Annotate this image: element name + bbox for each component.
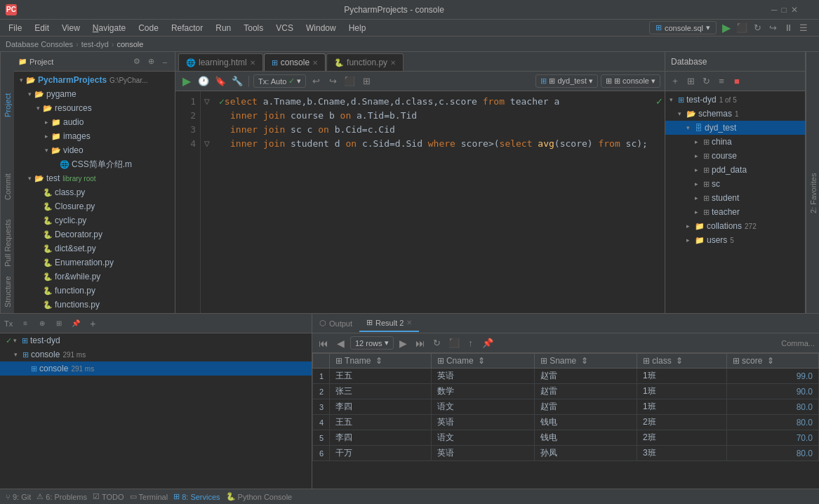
tab-function-py[interactable]: 🐍 function.py ✕ — [326, 53, 404, 71]
menu-run[interactable]: Run — [210, 22, 237, 34]
project-collapse-icon[interactable]: – — [159, 56, 171, 67]
services-btn-5[interactable]: + — [86, 317, 100, 331]
history-btn[interactable]: 🕐 — [197, 74, 211, 88]
grid-btn[interactable]: ⊞ — [359, 74, 373, 88]
th-cname[interactable]: ⊞ Cname ⇕ — [431, 354, 534, 369]
service-item-root[interactable]: ✓ ▾ ⊞ test-dyd — [0, 333, 312, 347]
db-item-collations[interactable]: ▸ 📁 collations 272 — [665, 219, 805, 233]
result-export-btn[interactable]: ↑ — [464, 336, 478, 350]
status-services[interactable]: ⊞ 8: Services — [173, 492, 220, 501]
html-tab-close[interactable]: ✕ — [250, 59, 255, 67]
result-first-btn[interactable]: ⏮ — [317, 336, 331, 350]
result-table-container[interactable]: ⊞ Tname ⇕ ⊞ Cname ⇕ ⊞ Sname ⇕ ⊞ class ⇕ … — [312, 353, 819, 489]
db-item-teacher[interactable]: ▸ ⊞ teacher — [665, 205, 805, 219]
tab-console[interactable]: ⊞ console ✕ — [264, 53, 326, 71]
tree-item-closure[interactable]: 🐍 Closure.py — [14, 199, 175, 213]
tree-item-test[interactable]: ▾ 📂 test library root — [14, 171, 175, 185]
run-btn[interactable]: ▶ — [719, 21, 733, 35]
settings-editor-btn[interactable]: 🔧 — [230, 74, 244, 88]
menu-view[interactable]: View — [56, 22, 86, 34]
service-item-console-parent[interactable]: ▾ ⊞ console 291 ms — [0, 347, 312, 362]
db-properties-btn[interactable]: ⊞ — [684, 74, 698, 88]
right-sidebar-favorites-label[interactable]: 2: Favorites — [806, 73, 819, 313]
result-pin-btn[interactable]: 📌 — [481, 336, 495, 350]
db-item-dyd-test[interactable]: ▾ 🗄 dyd_test — [665, 121, 805, 135]
db-add-btn[interactable]: + — [668, 74, 682, 88]
debug-btn[interactable]: ⬛ — [735, 21, 749, 35]
breadcrumb-db-consoles[interactable]: Database Consoles — [6, 40, 73, 48]
sidebar-pull-label[interactable]: Pull Requests — [0, 215, 14, 271]
fold-marker-4[interactable]: ▽ — [204, 140, 210, 147]
console-tab-close[interactable]: ✕ — [312, 59, 318, 67]
menu-tools[interactable]: Tools — [238, 22, 269, 34]
services-btn-1[interactable]: ≡ — [18, 317, 32, 331]
menu-vcs[interactable]: VCS — [270, 22, 299, 34]
rows-dropdown[interactable]: 12 rows ▾ — [350, 336, 394, 350]
tab-learning-html[interactable]: 🌐 learning.html ✕ — [178, 53, 263, 71]
th-score[interactable]: ⊞ score ⇕ — [726, 354, 818, 369]
tree-item-enumeration[interactable]: 🐍 Enumeration.py — [14, 256, 175, 270]
coverage-btn[interactable]: ↻ — [750, 21, 764, 35]
db-item-student[interactable]: ▸ ⊞ student — [665, 191, 805, 205]
tree-item-dictset[interactable]: 🐍 dict&set.py — [14, 241, 175, 256]
db-selector-dropdown[interactable]: ⊞ ⊞ dyd_test ▾ — [535, 74, 598, 88]
sidebar-structure-label[interactable]: Structure — [0, 271, 14, 313]
db-refresh-btn[interactable]: ↻ — [699, 74, 713, 88]
result-last-btn[interactable]: ⏭ — [413, 336, 427, 350]
tx-auto-dropdown[interactable]: Tx: Auto ✓ ▾ — [253, 74, 306, 88]
menu-code[interactable]: Code — [133, 22, 164, 34]
tree-item-css[interactable]: 🌐 CSS简单介绍.m — [14, 157, 175, 171]
tree-item-video[interactable]: ▾ 📂 video — [14, 143, 175, 157]
status-todo[interactable]: ☑ TODO — [93, 492, 124, 501]
menu-refactor[interactable]: Refactor — [166, 22, 208, 34]
commit-btn[interactable]: ↩ — [309, 74, 323, 88]
tree-item-pygame[interactable]: ▾ 📂 pygame — [14, 87, 175, 101]
tree-item-class[interactable]: 🐍 class.py — [14, 185, 175, 199]
db-item-china[interactable]: ▸ ⊞ china — [665, 135, 805, 149]
stop-exec-btn[interactable]: ⬛ — [342, 74, 357, 88]
tree-item-cyclic[interactable]: 🐍 cyclic.py — [14, 213, 175, 227]
result2-close[interactable]: ✕ — [406, 319, 412, 326]
minimize-btn[interactable]: ─ — [771, 5, 778, 15]
service-item-console-child[interactable]: ⊞ console 291 ms — [0, 362, 312, 376]
tree-item-forwhile[interactable]: 🐍 for&while.py — [14, 270, 175, 284]
py-tab-close[interactable]: ✕ — [390, 59, 396, 67]
db-item-course[interactable]: ▸ ⊞ course — [665, 149, 805, 163]
more-btn[interactable]: ☰ — [797, 21, 811, 35]
execute-btn[interactable]: ▶ — [180, 74, 194, 88]
tree-item-audio[interactable]: ▸ 📁 audio — [14, 115, 175, 129]
result-prev-btn[interactable]: ◀ — [333, 336, 347, 350]
maximize-btn[interactable]: □ — [782, 5, 787, 15]
services-btn-3[interactable]: ⊞ — [52, 317, 66, 331]
code-editor[interactable]: 1 2 3 4 ▽ ▽ — [175, 91, 665, 313]
result-refresh-btn[interactable]: ↻ — [430, 336, 444, 350]
tab-result-2[interactable]: ⊞ Result 2 ✕ — [359, 315, 419, 332]
menu-file[interactable]: File — [3, 22, 27, 34]
result-stop-btn[interactable]: ⬛ — [447, 336, 461, 350]
rollback-btn[interactable]: ↪ — [326, 74, 340, 88]
stop-btn[interactable]: ⏸ — [781, 21, 795, 35]
close-btn[interactable]: ✕ — [791, 5, 798, 15]
status-python-console[interactable]: 🐍 Python Console — [226, 492, 293, 501]
tree-item-resources[interactable]: ▾ 📂 resources — [14, 101, 175, 115]
status-git[interactable]: ⑂ 9: Git — [6, 493, 31, 501]
fold-marker-1[interactable]: ▽ — [204, 98, 210, 105]
th-sname[interactable]: ⊞ Sname ⇕ — [534, 354, 637, 369]
tree-item-decorator[interactable]: 🐍 Decorator.py — [14, 227, 175, 241]
th-tname[interactable]: ⊞ Tname ⇕ — [330, 354, 432, 369]
services-btn-4[interactable]: 📌 — [69, 317, 83, 331]
status-terminal[interactable]: ▭ Terminal — [130, 492, 168, 501]
profile-btn[interactable]: ↪ — [766, 21, 780, 35]
services-btn-2[interactable]: ⊕ — [35, 317, 49, 331]
console-selector-dropdown[interactable]: ⊞ ⊞ console ▾ — [601, 74, 660, 88]
db-item-schemas[interactable]: ▾ 📂 schemas 1 — [665, 107, 805, 121]
status-problems[interactable]: ⚠ 6: Problems — [36, 492, 87, 501]
tree-item-functions[interactable]: 🐍 functions.py — [14, 298, 175, 312]
th-class[interactable]: ⊞ class ⇕ — [637, 354, 726, 369]
project-expand-icon[interactable]: ⊕ — [145, 56, 157, 67]
menu-help[interactable]: Help — [343, 22, 372, 34]
breadcrumb-test-dyd[interactable]: test-dyd — [81, 40, 109, 48]
menu-window[interactable]: Window — [300, 22, 342, 34]
bookmark-btn[interactable]: 🔖 — [213, 74, 227, 88]
db-item-pdd-data[interactable]: ▸ ⊞ pdd_data — [665, 163, 805, 177]
